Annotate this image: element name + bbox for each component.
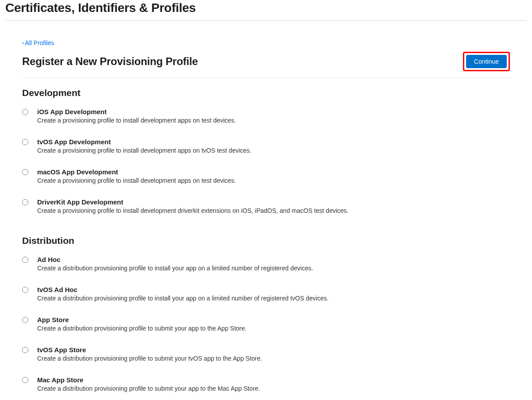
radio-tvos-ad-hoc[interactable] [22, 287, 28, 293]
section-heading-distribution: Distribution [22, 235, 510, 246]
option-tvos-app-development[interactable]: tvOS App Development Create a provisioni… [22, 137, 510, 155]
back-all-profiles-link[interactable]: ‹ All Profiles [22, 39, 54, 46]
option-title: DriverKit App Development [37, 198, 348, 206]
radio-ad-hoc[interactable] [22, 257, 28, 263]
chevron-left-icon: ‹ [22, 40, 24, 46]
option-desc: Create a distribution provisioning profi… [37, 325, 247, 332]
radio-tvos-app-store[interactable] [22, 347, 28, 353]
option-tvos-app-store[interactable]: tvOS App Store Create a distribution pro… [22, 345, 510, 363]
radio-app-store[interactable] [22, 317, 28, 323]
option-title: macOS App Development [37, 168, 236, 176]
option-app-store[interactable]: App Store Create a distribution provisio… [22, 315, 510, 333]
header-row: Register a New Provisioning Profile Cont… [22, 52, 510, 78]
option-tvos-ad-hoc[interactable]: tvOS Ad Hoc Create a distribution provis… [22, 285, 510, 303]
option-title: App Store [37, 316, 247, 323]
back-link-label: All Profiles [25, 39, 54, 46]
radio-driverkit-app-development[interactable] [22, 199, 28, 205]
option-mac-app-store[interactable]: Mac App Store Create a distribution prov… [22, 375, 510, 393]
radio-macos-app-development[interactable] [22, 169, 28, 175]
section-heading-development: Development [22, 88, 510, 98]
continue-highlight: Continue [463, 52, 510, 71]
option-title: tvOS Ad Hoc [37, 286, 328, 293]
radio-mac-app-store[interactable] [22, 377, 28, 383]
option-title: Mac App Store [37, 376, 260, 384]
page-title: Certificates, Identifiers & Profiles [5, 1, 527, 21]
option-title: iOS App Development [37, 108, 236, 115]
option-driverkit-app-development[interactable]: DriverKit App Development Create a provi… [22, 197, 510, 215]
option-desc: Create a provisioning profile to install… [37, 207, 348, 214]
option-desc: Create a provisioning profile to install… [37, 177, 236, 184]
option-desc: Create a distribution provisioning profi… [37, 265, 313, 272]
radio-tvos-app-development[interactable] [22, 139, 28, 145]
option-desc: Create a distribution provisioning profi… [37, 385, 260, 392]
option-macos-app-development[interactable]: macOS App Development Create a provision… [22, 167, 510, 185]
option-desc: Create a provisioning profile to install… [37, 147, 251, 154]
continue-button[interactable]: Continue [466, 55, 507, 68]
option-title: Ad Hoc [37, 256, 313, 263]
option-desc: Create a provisioning profile to install… [37, 117, 236, 124]
sub-title: Register a New Provisioning Profile [22, 55, 198, 68]
radio-ios-app-development[interactable] [22, 109, 28, 115]
option-ios-app-development[interactable]: iOS App Development Create a provisionin… [22, 107, 510, 125]
option-desc: Create a distribution provisioning profi… [37, 295, 328, 302]
option-desc: Create a distribution provisioning profi… [37, 355, 262, 362]
option-ad-hoc[interactable]: Ad Hoc Create a distribution provisionin… [22, 255, 510, 273]
option-title: tvOS App Store [37, 346, 262, 354]
option-title: tvOS App Development [37, 138, 251, 146]
